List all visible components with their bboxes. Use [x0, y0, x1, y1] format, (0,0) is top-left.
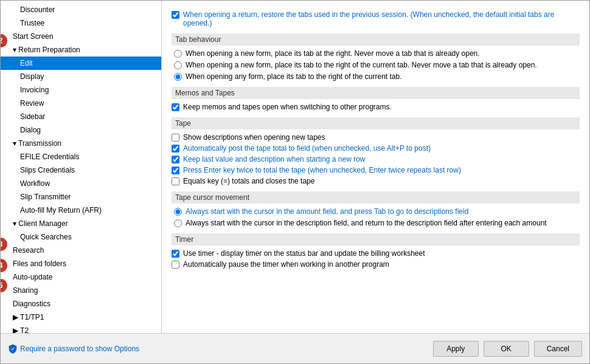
sidebar-item-start-screen[interactable]: Start Screen [1, 30, 161, 43]
tab-opt-1-row: When opening a new form, place its tab a… [172, 49, 580, 58]
tape-opt-2-label: Automatically post the tape total to fie… [183, 144, 431, 153]
cursor-opt-2-label: Always start with the cursor in the desc… [186, 219, 547, 227]
timer-opt-1-row: Use timer - display timer on the status … [172, 249, 580, 258]
ok-button[interactable]: OK [484, 341, 529, 357]
sidebar-item-slips-credentials[interactable]: Slips Credentials [1, 163, 161, 177]
sidebar-item-sidebar[interactable]: Sidebar [1, 110, 161, 123]
cursor-opt-1-row: Always start with the cursor in the amou… [172, 207, 580, 216]
shield-icon: ✓ [8, 344, 18, 354]
svg-text:✓: ✓ [11, 347, 15, 351]
sidebar-item-discounter[interactable]: Discounter [1, 3, 161, 16]
restore-tabs-row: When opening a return, restore the tabs … [172, 10, 580, 27]
tape-opt-2-row: Automatically post the tape total to fie… [172, 144, 580, 153]
options-sidebar: Discounter Trustee Start Screen ▾ Return… [1, 1, 162, 333]
tape-opt-3-row: Keep last value and description when sta… [172, 155, 580, 163]
cursor-opt-2-radio[interactable] [174, 219, 182, 227]
sidebar-item-auto-update[interactable]: Auto-update [1, 270, 161, 284]
sidebar-item-sharing[interactable]: Sharing [1, 284, 161, 297]
timer-opt-2-checkbox[interactable] [172, 261, 179, 269]
timer-opt-2-label: Automatically pause the timer when worki… [183, 260, 389, 269]
sidebar-item-review[interactable]: Review [1, 97, 161, 110]
tape-opt-3-checkbox[interactable] [172, 156, 179, 163]
tape-opt-2-checkbox[interactable] [172, 145, 179, 153]
sidebar-item-return-preparation[interactable]: ▾ Return Preparation [1, 43, 161, 57]
timer-opt-2-row: Automatically pause the timer when worki… [172, 260, 580, 269]
sidebar-item-efile-credentials[interactable]: EFILE Credentials [1, 150, 161, 163]
bottom-buttons: Apply OK Cancel [433, 341, 582, 357]
restore-tabs-checkbox[interactable] [172, 11, 179, 19]
sidebar-item-t2[interactable]: ▶ T2 [1, 324, 161, 333]
sidebar-item-diagnostics[interactable]: Diagnostics [1, 297, 161, 311]
tape-cursor-header: Tape cursor movement [172, 191, 580, 204]
sidebar-item-client-manager[interactable]: ▾ Client Manager [1, 217, 161, 230]
cancel-button[interactable]: Cancel [534, 341, 582, 357]
timer-opt-1-checkbox[interactable] [172, 250, 179, 258]
sidebar-item-auto-fill[interactable]: Auto-fill My Return (AFR) [1, 204, 161, 217]
apply-button[interactable]: Apply [433, 341, 479, 357]
memos-header: Memos and Tapes [172, 87, 580, 99]
memos-checkbox[interactable] [172, 103, 179, 111]
sidebar-item-workflow[interactable]: Workflow [1, 177, 161, 190]
tab-behaviour-header: Tab behaviour [172, 33, 580, 46]
tab-opt-2-row: When opening a new form, place its tab t… [172, 61, 580, 69]
sidebar-item-invoicing[interactable]: Invoicing [1, 83, 161, 97]
tape-opt-5-label: Equals key (=) totals and closes the tap… [183, 177, 314, 185]
bottom-bar: ✓ Require a password to show Options App… [1, 333, 589, 363]
tape-opt-1-checkbox[interactable] [172, 134, 179, 142]
sidebar-item-quick-searches[interactable]: Quick Searches [1, 230, 161, 244]
sidebar-item-dialog[interactable]: Dialog [1, 123, 161, 137]
tape-opt-3-label: Keep last value and description when sta… [183, 155, 366, 163]
memos-row: Keep memos and tapes open when switching… [172, 103, 580, 111]
cursor-opt-1-label: Always start with the cursor in the amou… [186, 207, 468, 216]
cursor-opt-1-radio[interactable] [174, 208, 182, 216]
tab-opt-1-label: When opening a new form, place its tab a… [186, 49, 480, 58]
cursor-opt-2-row: Always start with the cursor in the desc… [172, 219, 580, 227]
tape-opt-1-label: Show descriptions when opening new tapes [183, 133, 325, 142]
options-dialog: 2 3 4 5 Discounter Trustee Start Screen … [0, 0, 590, 364]
password-link[interactable]: ✓ Require a password to show Options [8, 344, 139, 354]
sidebar-item-trustee[interactable]: Trustee [1, 16, 161, 30]
tape-opt-5-row: Equals key (=) totals and closes the tap… [172, 177, 580, 185]
sidebar-item-display[interactable]: Display [1, 70, 161, 83]
sidebar-item-t1-tp1[interactable]: ▶ T1/TP1 [1, 311, 161, 324]
tape-opt-4-label: Press Enter key twice to total the tape … [183, 166, 461, 174]
memos-label: Keep memos and tapes open when switching… [183, 103, 392, 111]
tab-opt-1-radio[interactable] [174, 50, 182, 58]
sidebar-item-transmission[interactable]: ▾ Transmission [1, 137, 161, 150]
tab-opt-3-row: When opening any form, place its tab to … [172, 72, 580, 81]
tape-opt-4-checkbox[interactable] [172, 167, 179, 174]
tape-header: Tape [172, 117, 580, 129]
tape-opt-5-checkbox[interactable] [172, 177, 179, 185]
tab-opt-3-label: When opening any form, place its tab to … [186, 72, 402, 81]
password-link-text: Require a password to show Options [20, 345, 139, 353]
tape-opt-1-row: Show descriptions when opening new tapes [172, 133, 580, 142]
sidebar-item-edit[interactable]: Edit [1, 57, 161, 70]
sidebar-item-files-and-folders[interactable]: Files and folders [1, 257, 161, 270]
timer-header: Timer [172, 233, 580, 246]
sidebar-item-slip-transmitter[interactable]: Slip Transmitter [1, 190, 161, 204]
tab-opt-3-radio[interactable] [174, 73, 182, 81]
restore-tabs-label: When opening a return, restore the tabs … [183, 10, 580, 27]
timer-opt-1-label: Use timer - display timer on the status … [183, 249, 425, 258]
tape-opt-4-row: Press Enter key twice to total the tape … [172, 166, 580, 174]
sidebar-item-research[interactable]: Research [1, 244, 161, 257]
main-panel: When opening a return, restore the tabs … [162, 1, 589, 333]
tab-opt-2-radio[interactable] [174, 61, 182, 69]
tab-opt-2-label: When opening a new form, place its tab t… [186, 61, 537, 69]
